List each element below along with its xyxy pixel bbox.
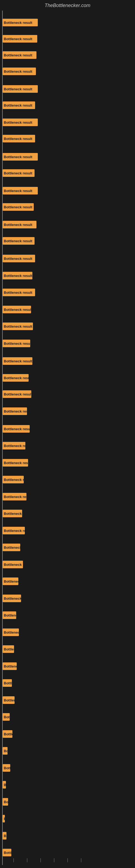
bar-item: Bottleneck result <box>3 374 29 382</box>
bar-item: Bottleneck result <box>3 221 37 228</box>
bar-item: Bottleneck result <box>3 35 37 42</box>
bar-label: Bottleneck result <box>4 529 25 533</box>
bar-label: Bottleneck result <box>4 461 28 465</box>
bar-item: Bottleneck result <box>3 798 8 806</box>
bar-item: Bottleneck result <box>3 101 35 109</box>
bar-item: Bottleneck result <box>3 289 35 296</box>
bar-item: Bottleneck result <box>3 561 23 568</box>
bar-label: Bottleneck result <box>4 87 32 91</box>
bar-item: Bottleneck result <box>3 628 19 636</box>
bar-label: Bottleneck result <box>4 239 32 243</box>
bar-item: Bottleneck result <box>3 476 24 484</box>
bar-item: Bottleneck result <box>3 713 10 721</box>
bar-item: Bottleneck result <box>3 390 31 398</box>
bar-item: Bottleneck result <box>3 306 31 313</box>
bar-label: Bottleneck result <box>4 103 32 107</box>
bar-item: Bottleneck result <box>3 493 27 500</box>
bar-item: Bottleneck result <box>3 679 12 687</box>
bar-label: Bottleneck result <box>4 766 10 770</box>
bar-label: Bottleneck result <box>4 53 32 57</box>
bar-label: Bottleneck result <box>4 257 32 261</box>
bar-label: Bottleneck result <box>4 308 31 312</box>
axis-tick <box>54 858 54 862</box>
bar-item: Bottleneck result <box>3 203 34 211</box>
bar-label: Bottleneck result <box>4 137 32 141</box>
bar-label: Bottleneck result <box>4 205 32 209</box>
bar-item: Bottleneck result <box>3 340 30 347</box>
bar-item: Bottleneck result <box>3 764 10 772</box>
bar-label: Bottleneck result <box>4 732 12 736</box>
bar-label: Bottleneck result <box>4 120 32 124</box>
axis-tick <box>68 858 68 862</box>
bar-label: Bottleneck result <box>4 579 18 584</box>
bar-item: Bottleneck result <box>3 67 36 75</box>
bar-item: Bottleneck result <box>3 595 21 602</box>
bar-label: Bottleneck result <box>4 630 19 634</box>
bar-item: Bottleneck result <box>3 662 17 670</box>
chart-area: Bottleneck resultBottleneck resultBottle… <box>0 10 135 865</box>
bar-label: Bottleneck result <box>4 512 22 516</box>
bar-item: Bottleneck result <box>3 407 27 415</box>
bar-item: Bottleneck result <box>3 272 32 279</box>
bar-item: Bottleneck result <box>3 645 14 653</box>
bar-label: Bottleneck result <box>4 171 32 175</box>
bar-label: Bottleneck result <box>4 478 24 482</box>
site-title: TheBottlenecker.com <box>0 0 135 10</box>
bar-label: Bottleneck result <box>4 444 26 448</box>
bar-item: Bottleneck result <box>3 19 38 26</box>
bar-label: Bottleneck result <box>4 223 32 227</box>
bar-label: Bottleneck result <box>4 681 12 685</box>
bar-item: Bottleneck result <box>3 357 32 365</box>
bar-label: Bo <box>4 834 6 838</box>
bar-label: Bottleneck result <box>4 37 32 41</box>
bar-label: Bottle <box>4 850 11 855</box>
bar-item: Bottleneck result <box>3 237 35 245</box>
axis-tick <box>13 858 14 862</box>
bar-label: Bottleneck result <box>4 189 32 193</box>
bar-item: Bottleneck result <box>3 135 35 143</box>
bar-label: Bottleneck result <box>4 563 23 567</box>
bar-item: Bottle <box>3 849 11 856</box>
bar-label: Bottleneck result <box>4 290 32 294</box>
bar-item: Bottleneck result <box>3 119 38 126</box>
bar-label: Bottleneck result <box>4 409 27 413</box>
bar-item: Bo <box>3 832 6 839</box>
bar-label: Bottleneck result <box>4 783 6 787</box>
bar-item: Bottleneck result <box>3 781 6 788</box>
axis-tick <box>27 858 27 862</box>
bar-label: Bottleneck result <box>4 341 30 346</box>
bar-label: Bottleneck result <box>4 749 8 753</box>
bar-label: Bottleneck result <box>4 69 32 73</box>
bar-item: B <box>3 815 5 823</box>
bar-item: Bottleneck result <box>3 51 37 59</box>
bar-item: Bottleneck result <box>3 544 20 551</box>
bar-label: Bottleneck result <box>4 698 14 702</box>
bar-label: Bottleneck result <box>4 155 32 159</box>
bar-label: Bottleneck result <box>4 427 30 431</box>
bar-label: Bottleneck result <box>4 800 8 804</box>
bar-item: Bottleneck result <box>3 425 30 433</box>
bar-item: Bottleneck result <box>3 696 14 704</box>
bar-label: Bottleneck result <box>4 664 17 669</box>
axis-tick <box>81 858 81 862</box>
bar-label: Bottleneck result <box>4 647 14 651</box>
bar-item: Bottleneck result <box>3 510 22 517</box>
bar-label: Bottleneck result <box>4 21 32 25</box>
bar-item: Bottleneck result <box>3 322 33 330</box>
bar-item: Bottleneck result <box>3 153 38 161</box>
bar-item: Bottleneck result <box>3 527 25 534</box>
bar-item: Bottleneck result <box>3 442 26 450</box>
axis-tick <box>2 858 2 862</box>
bar-item: Bottleneck result <box>3 747 8 755</box>
bar-label: Bottleneck result <box>4 546 20 550</box>
bar-item: Bottleneck result <box>3 730 12 738</box>
bar-label: Bottleneck result <box>4 596 21 600</box>
bar-label: Bottleneck result <box>4 715 10 719</box>
bar-item: Bottleneck result <box>3 578 18 585</box>
bar-label: Bottleneck result <box>4 376 29 380</box>
bar-label: Bottleneck result <box>4 392 31 396</box>
bar-item: Bottleneck result <box>3 85 38 93</box>
bar-label: Bottleneck result <box>4 359 32 363</box>
bar-label: B <box>4 817 5 821</box>
bar-item: Bottleneck result <box>3 169 35 177</box>
